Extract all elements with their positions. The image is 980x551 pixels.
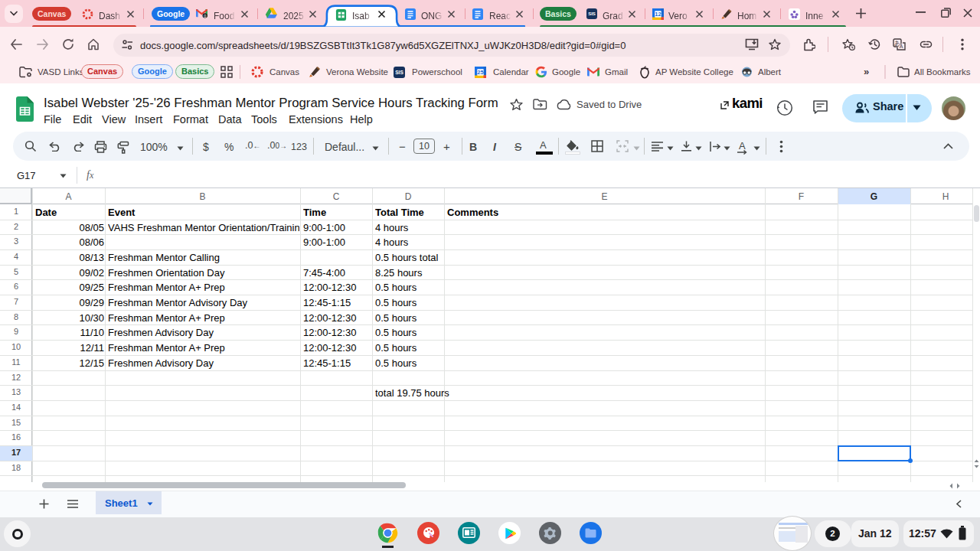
svg-text:12: 12 xyxy=(655,11,661,18)
svg-text:0: 0 xyxy=(204,14,206,18)
svg-text:25: 25 xyxy=(477,69,483,76)
svg-text:A: A xyxy=(900,44,903,49)
